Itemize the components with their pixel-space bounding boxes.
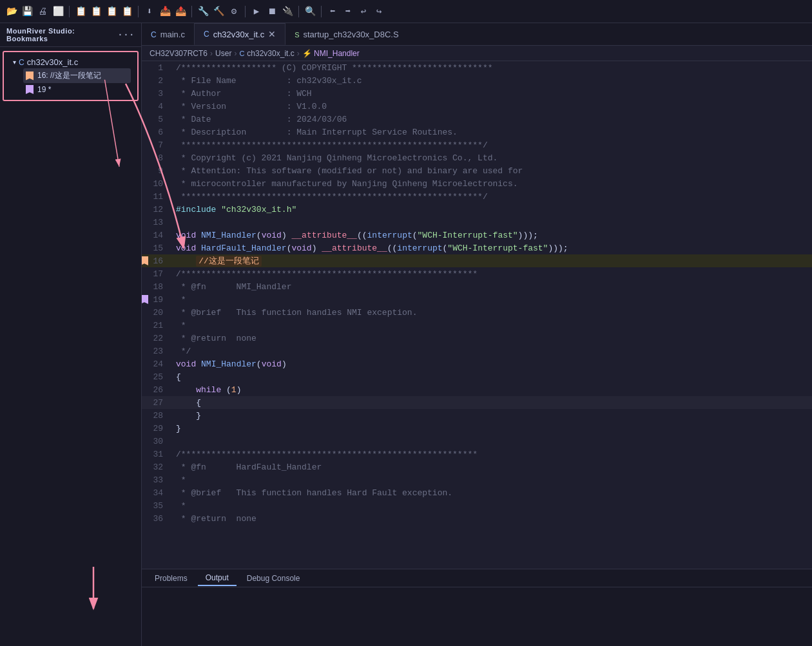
toolbar-icon-undo[interactable]: ↩ [357, 5, 370, 18]
line-num-14: 14 [142, 229, 171, 242]
line-num-26: 26 [142, 383, 171, 396]
line-content-2: * File Name : ch32v30x_it.c [171, 74, 812, 87]
code-line-7: 7 **************************************… [142, 138, 812, 151]
toolbar-icon-back[interactable]: ⬅ [326, 5, 339, 18]
panel-tabs-bar: Problems Output Debug Console [142, 569, 812, 587]
code-line-33: 33 * [142, 473, 812, 486]
toolbar-separator-6 [321, 6, 322, 17]
panel-tab-debug-console[interactable]: Debug Console [239, 571, 308, 585]
line-num-29: 29 [142, 422, 171, 435]
line-num-28: 28 [142, 409, 171, 422]
line-content-23: */ [171, 345, 812, 357]
tab-startup-asm[interactable]: S startup_ch32v30x_D8C.S [285, 23, 408, 45]
toolbar-icon-open[interactable]: 📂 [5, 5, 18, 18]
line-num-7: 7 [142, 138, 171, 151]
code-line-23: 23 */ [142, 345, 812, 357]
line-content-26: while (1) [171, 383, 812, 396]
toolbar-separator-1 [69, 6, 70, 17]
line-num-16: 16 [142, 254, 171, 267]
code-line-35: 35 * [142, 499, 812, 512]
toolbar-icon-run[interactable]: ▶ [250, 5, 263, 18]
toolbar-icon-import[interactable]: 📥 [159, 5, 171, 18]
breadcrumb-project[interactable]: CH32V307RCT6 [150, 49, 208, 58]
line-content-18: * @fn NMI_Handler [171, 280, 812, 293]
code-editor[interactable]: 1 /******************* (C) COPYRIGHT ***… [142, 61, 812, 569]
code-lines-container: 1 /******************* (C) COPYRIGHT ***… [142, 61, 812, 525]
toolbar-icon-forward[interactable]: ➡ [342, 5, 354, 18]
toolbar-icon-settings[interactable]: ⚙ [227, 5, 240, 18]
toolbar-icon-box[interactable]: ⬜ [52, 5, 64, 18]
toolbar-icon-export[interactable]: 📤 [174, 5, 187, 18]
line-num-30: 30 [142, 435, 171, 448]
toolbar-icon-down[interactable]: ⬇ [143, 5, 156, 18]
line-num-10: 10 [142, 177, 171, 190]
line-content-36: * @return none [171, 512, 812, 525]
tab-asm-icon: S [295, 31, 299, 39]
toolbar-icon-copy3[interactable]: 📋 [105, 5, 118, 18]
sidebar-filename: ch32v30x_it.c [27, 57, 79, 67]
toolbar-icon-copy1[interactable]: 📋 [74, 5, 87, 18]
sidebar: MounRiver Studio: Bookmarks ··· ▾ C ch32… [0, 23, 142, 646]
tab-main-c[interactable]: C main.c [142, 23, 194, 45]
chevron-down-icon: ▾ [13, 59, 16, 66]
toolbar-icon-copy2[interactable]: 📋 [90, 5, 102, 18]
line-content-28: } [171, 409, 812, 422]
line-content-31: /***************************************… [171, 448, 812, 461]
toolbar-icon-hammer[interactable]: 🔨 [212, 5, 225, 18]
bookmark-label-19: 19 * [37, 85, 51, 94]
code-line-1: 1 /******************* (C) COPYRIGHT ***… [142, 61, 812, 74]
code-line-26: 26 while (1) [142, 383, 812, 396]
line-num-23: 23 [142, 345, 171, 357]
toolbar-icon-save[interactable]: 💾 [21, 5, 34, 18]
line-num-24: 24 [142, 357, 171, 370]
line-num-33: 33 [142, 473, 171, 486]
code-line-28: 28 } [142, 409, 812, 422]
line-num-17: 17 [142, 267, 171, 280]
line-num-20: 20 [142, 306, 171, 319]
breadcrumb-folder[interactable]: User [215, 49, 231, 58]
code-line-22: 22 * @return none [142, 332, 812, 345]
toolbar-icon-copy4[interactable]: 📋 [121, 5, 133, 18]
breadcrumb-c-icon: C [239, 50, 244, 57]
toolbar-icon-connect[interactable]: 🔌 [281, 5, 294, 18]
toolbar-icon-build[interactable]: 🔧 [197, 5, 209, 18]
line-num-36: 36 [142, 512, 171, 525]
tabs-bar: C main.c C ch32v30x_it.c ✕ S startup_ch3… [142, 23, 812, 46]
breadcrumb-file[interactable]: ch32v30x_it.c [247, 49, 294, 58]
toolbar-icon-stop[interactable]: ⏹ [266, 5, 278, 18]
line-content-24: void NMI_Handler(void) [171, 357, 812, 370]
line-content-3: * Author : WCH [171, 87, 812, 100]
line-content-1: /******************* (C) COPYRIGHT *****… [171, 61, 812, 74]
sidebar-selection-box: ▾ C ch32v30x_it.c 16: //这是一段笔记 19 * [3, 51, 139, 101]
toolbar-icon-redo[interactable]: ↪ [372, 5, 385, 18]
line-content-33: * [171, 473, 812, 486]
toolbar-icon-debug[interactable]: 🔍 [304, 5, 316, 18]
toolbar: 📂 💾 🖨 ⬜ 📋 📋 📋 📋 ⬇ 📥 📤 🔧 🔨 ⚙ ▶ ⏹ 🔌 🔍 ⬅ ➡ … [0, 0, 812, 23]
bookmark-file-group: ▾ C ch32v30x_it.c 16: //这是一段笔记 19 * [5, 53, 136, 99]
line-content-25: { [171, 370, 812, 383]
code-line-18: 18 * @fn NMI_Handler [142, 280, 812, 293]
toolbar-separator-5 [298, 6, 299, 17]
panel-tab-problems[interactable]: Problems [147, 571, 195, 585]
code-line-6: 6 * Description : Main Interrupt Service… [142, 126, 812, 138]
line-content-7: ****************************************… [171, 138, 812, 151]
panel-tab-output[interactable]: Output [198, 571, 237, 586]
tab-ch32v30x-it-c[interactable]: C ch32v30x_it.c ✕ [194, 23, 285, 45]
bookmark-item-16[interactable]: 16: //这是一段笔记 [23, 68, 131, 83]
breadcrumb-sep-3: › [297, 49, 300, 58]
sidebar-menu-button[interactable]: ··· [117, 30, 135, 40]
code-line-34: 34 * @brief This function handles Hard F… [142, 486, 812, 499]
line-num-11: 11 [142, 190, 171, 203]
line-content-4: * Version : V1.0.0 [171, 100, 812, 113]
line-content-27: { [171, 396, 812, 409]
toolbar-icon-print[interactable]: 🖨 [36, 5, 49, 18]
line-num-8: 8 [142, 151, 171, 164]
tab-close-button[interactable]: ✕ [268, 29, 276, 39]
line-content-14: void NMI_Handler(void) __attribute__((in… [171, 229, 812, 242]
code-line-21: 21 * [142, 319, 812, 332]
bookmark-item-19[interactable]: 19 * [23, 83, 131, 96]
bookmark-file-row[interactable]: ▾ C ch32v30x_it.c [10, 56, 131, 68]
line-num-25: 25 [142, 370, 171, 383]
code-line-24: 24 void NMI_Handler(void) [142, 357, 812, 370]
bookmark-items-list: 16: //这是一段笔记 19 * [10, 68, 131, 96]
